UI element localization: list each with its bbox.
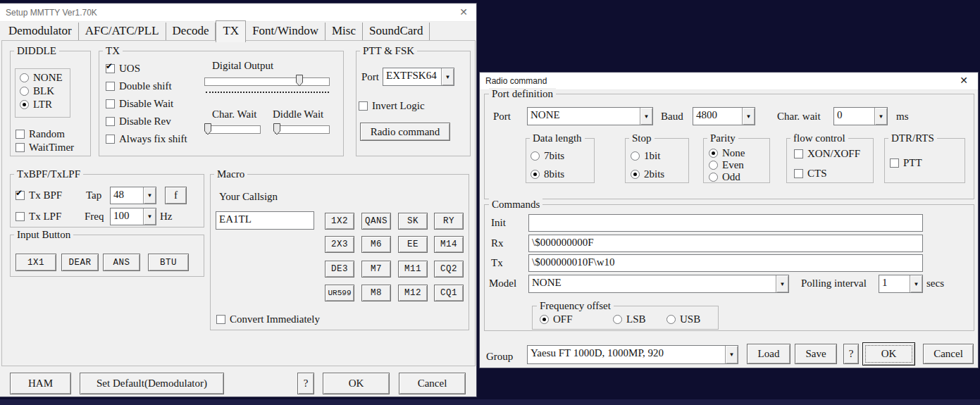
always-fix-shift-option[interactable]: Always fix shift — [106, 133, 187, 145]
diddle-blk-radio[interactable] — [20, 87, 29, 96]
macro-cq1-button[interactable]: CQ1 — [434, 285, 464, 301]
dropdown-arrow-icon[interactable]: ▼ — [776, 275, 788, 292]
baud-combo[interactable]: 4800 ▼ — [693, 107, 755, 125]
tab-tx[interactable]: TX — [216, 20, 246, 42]
macro-ur599-button[interactable]: UR599 — [325, 285, 354, 301]
parity-odd-radio[interactable] — [709, 173, 718, 182]
model-combo[interactable]: NONE ▼ — [528, 275, 789, 293]
ok-button[interactable]: OK — [323, 373, 390, 394]
macro-m14-button[interactable]: M14 — [434, 236, 464, 253]
close-icon[interactable]: ✕ — [960, 75, 968, 86]
parity-even-option[interactable]: Even — [709, 159, 744, 171]
tab-afc-atc-pll[interactable]: AFC/ATC/PLL — [79, 23, 166, 41]
ptt-option[interactable]: PTT — [890, 157, 922, 169]
tab-misc[interactable]: Misc — [325, 23, 363, 41]
load-button[interactable]: Load — [747, 344, 790, 364]
dropdown-arrow-icon[interactable]: ▼ — [725, 346, 738, 363]
callsign-input[interactable]: EA1TL — [216, 211, 314, 230]
data-length-8bits-option[interactable]: 8bits — [531, 168, 564, 180]
char-wait-slider[interactable] — [206, 125, 261, 134]
macro-1x1-button[interactable]: 1X1 — [15, 254, 56, 271]
tab-demodulator[interactable]: Demodulator — [2, 23, 79, 41]
stop-1bit-option[interactable]: 1bit — [631, 150, 660, 162]
port-combo[interactable]: NONE ▼ — [527, 107, 653, 125]
digital-output-slider-thumb[interactable] — [296, 75, 303, 87]
xon-xoff-checkbox[interactable] — [794, 149, 803, 158]
macro-qans-button[interactable]: QANS — [361, 213, 391, 230]
set-default-button[interactable]: Set Default(Demodulator) — [80, 373, 224, 394]
uos-checkbox[interactable]: ✔ — [106, 64, 115, 73]
dropdown-arrow-icon[interactable]: ▼ — [143, 208, 156, 225]
uos-option[interactable]: ✔ UOS — [106, 63, 140, 75]
close-icon[interactable]: ✕ — [459, 6, 468, 18]
dropdown-arrow-icon[interactable]: ▼ — [742, 108, 755, 125]
macro-m8-button[interactable]: M8 — [361, 285, 391, 301]
macro-ans-button[interactable]: ANS — [103, 254, 140, 271]
radio-ok-button[interactable]: OK — [862, 342, 915, 366]
dropdown-arrow-icon[interactable]: ▼ — [910, 275, 922, 292]
diddle-none-option[interactable]: NONE — [20, 72, 63, 84]
char-wait-combo[interactable]: 0 ▼ — [833, 107, 888, 125]
convert-immediately-option[interactable]: Convert Immediately — [216, 313, 320, 325]
freq-offset-usb-radio[interactable] — [666, 315, 676, 324]
macro-ee-button[interactable]: EE — [398, 236, 428, 253]
tx-bpf-option[interactable]: ✔ Tx BPF — [15, 189, 62, 201]
digital-output-slider[interactable] — [204, 77, 330, 86]
tap-combo[interactable]: 48 ▼ — [110, 187, 156, 204]
dropdown-arrow-icon[interactable]: ▼ — [640, 108, 652, 125]
diddle-wait-slider-thumb[interactable] — [273, 123, 280, 135]
group-combo[interactable]: Yaesu FT 1000D, 1000MP, 920 ▼ — [527, 345, 738, 364]
freq-offset-off-option[interactable]: OFF — [540, 313, 573, 325]
cancel-button[interactable]: Cancel — [399, 373, 466, 394]
macro-2x3-button[interactable]: 2X3 — [325, 236, 354, 253]
data-length-7bits-option[interactable]: 7bits — [531, 150, 564, 162]
stop-2bits-radio[interactable] — [631, 170, 640, 179]
macro-m6-button[interactable]: M6 — [361, 236, 391, 253]
xon-xoff-option[interactable]: XON/XOFF — [794, 148, 860, 160]
macro-cq2-button[interactable]: CQ2 — [434, 261, 464, 278]
parity-none-option[interactable]: None — [709, 147, 745, 159]
macro-sk-button[interactable]: SK — [398, 213, 428, 230]
random-checkbox[interactable] — [15, 130, 25, 139]
dropdown-arrow-icon[interactable]: ▼ — [441, 68, 454, 85]
diddle-ltr-radio[interactable] — [20, 100, 29, 109]
convert-immediately-checkbox[interactable] — [216, 315, 225, 324]
diddle-wait-slider[interactable] — [275, 125, 330, 134]
radio-command-button[interactable]: Radio command — [360, 123, 450, 141]
disable-wait-checkbox[interactable] — [106, 99, 115, 108]
tx-bpf-checkbox[interactable]: ✔ — [15, 191, 25, 200]
waittimer-checkbox[interactable] — [15, 143, 25, 152]
init-input[interactable] — [528, 214, 923, 232]
macro-1x2-button[interactable]: 1X2 — [325, 213, 354, 230]
cts-checkbox[interactable] — [794, 169, 803, 178]
diddle-ltr-option[interactable]: LTR — [20, 99, 52, 111]
tx-lpf-checkbox[interactable] — [15, 212, 25, 221]
freq-offset-off-radio[interactable] — [540, 315, 549, 324]
tx-lpf-option[interactable]: Tx LPF — [15, 211, 61, 223]
macro-ry-button[interactable]: RY — [434, 213, 464, 230]
parity-none-radio[interactable] — [709, 149, 718, 158]
char-wait-slider-thumb[interactable] — [204, 123, 211, 135]
macro-m7-button[interactable]: M7 — [361, 261, 391, 278]
data-length-8bits-radio[interactable] — [531, 170, 540, 179]
data-length-7bits-radio[interactable] — [531, 151, 540, 161]
radio-help-button[interactable]: ? — [843, 344, 859, 364]
tx-input[interactable]: \$000000010F\w10 — [528, 254, 923, 272]
disable-wait-option[interactable]: Disable Wait — [106, 98, 173, 110]
cts-option[interactable]: CTS — [794, 168, 827, 180]
parity-even-radio[interactable] — [709, 161, 718, 170]
diddle-none-radio[interactable] — [20, 73, 29, 82]
dropdown-arrow-icon[interactable]: ▼ — [874, 108, 887, 125]
diddle-blk-option[interactable]: BLK — [20, 85, 54, 97]
macro-de3-button[interactable]: DE3 — [325, 261, 354, 278]
freq-combo[interactable]: 100 ▼ — [110, 208, 156, 225]
macro-dear-button[interactable]: DEAR — [61, 254, 99, 271]
freq-offset-lsb-radio[interactable] — [613, 315, 622, 324]
freq-offset-usb-option[interactable]: USB — [666, 313, 700, 325]
f-button[interactable]: f — [165, 187, 187, 204]
freq-offset-lsb-option[interactable]: LSB — [613, 313, 646, 325]
disable-rev-option[interactable]: Disable Rev — [106, 116, 171, 127]
parity-odd-option[interactable]: Odd — [709, 171, 740, 183]
fsk-port-combo[interactable]: EXTFSK64 ▼ — [383, 68, 454, 86]
radio-cancel-button[interactable]: Cancel — [923, 344, 974, 364]
